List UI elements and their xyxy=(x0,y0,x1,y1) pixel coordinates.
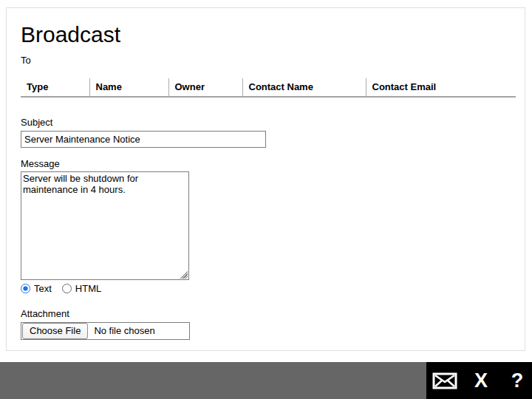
recipients-header-row: Type Name Owner Contact Name Contact Ema… xyxy=(21,78,516,97)
to-label: To xyxy=(21,55,511,66)
subject-input[interactable] xyxy=(21,131,266,148)
column-header-contact-name: Contact Name xyxy=(242,78,366,97)
format-option-html: HTML xyxy=(62,283,101,294)
action-icon-tray: X ? xyxy=(426,362,532,399)
close-icon: X xyxy=(474,369,488,392)
attachment-label: Attachment xyxy=(21,308,511,319)
help-icon: ? xyxy=(511,369,524,392)
recipients-table: Type Name Owner Contact Name Contact Ema… xyxy=(21,78,516,98)
column-header-name: Name xyxy=(89,78,168,97)
broadcast-panel: Broadcast To Type Name Owner Contact Nam… xyxy=(6,7,525,351)
html-radio-label: HTML xyxy=(75,283,101,294)
column-header-type: Type xyxy=(21,78,89,97)
html-radio[interactable] xyxy=(62,284,72,293)
column-header-contact-email: Contact Email xyxy=(366,78,516,97)
message-input[interactable]: Server will be shutdown for maintenance … xyxy=(21,171,189,280)
choose-file-button[interactable]: Choose File xyxy=(22,323,88,339)
format-option-text: Text xyxy=(21,283,52,294)
subject-label: Subject xyxy=(21,117,511,128)
attachment-file-input[interactable]: Choose File No file chosen xyxy=(21,322,190,340)
text-radio[interactable] xyxy=(21,284,30,293)
text-radio-label: Text xyxy=(34,283,52,294)
help-button[interactable]: ? xyxy=(504,367,531,394)
status-bar: X ? xyxy=(0,362,532,399)
message-label: Message xyxy=(21,158,511,169)
format-options-row: Text HTML xyxy=(21,283,511,294)
close-button[interactable]: X xyxy=(468,367,494,394)
file-chosen-status: No file chosen xyxy=(94,325,154,336)
column-header-owner: Owner xyxy=(168,78,242,97)
send-broadcast-button[interactable] xyxy=(432,367,458,394)
mail-icon xyxy=(432,372,457,390)
page-title: Broadcast xyxy=(21,22,511,48)
